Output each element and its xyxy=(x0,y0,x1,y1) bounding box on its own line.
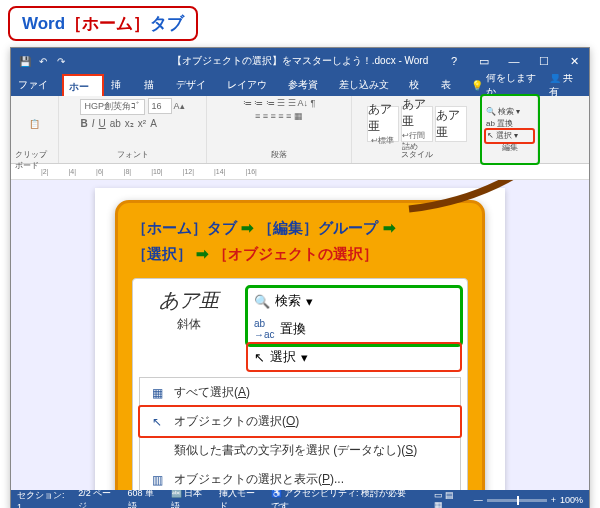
window-title: 【オブジェクトの選択】をマスターしよう！.docx - Word xyxy=(172,54,429,68)
document-page: ［ホーム］タブ ➡ ［編集］グループ ➡ ［選択］ ➡ ［オブジェクトの選択］ … xyxy=(95,188,505,490)
close-icon[interactable]: ✕ xyxy=(559,48,589,74)
strike-button[interactable]: ab xyxy=(110,118,121,129)
group-styles: あア亜↩標準 あア亜↩行間詰め あア亜 スタイル xyxy=(352,96,482,163)
word-window: 💾 ↶ ↷ 【オブジェクトの選択】をマスターしよう！.docx - Word ?… xyxy=(10,47,590,508)
zoom-value: 100% xyxy=(560,495,583,505)
replace-row[interactable]: ab→ac置換 xyxy=(248,314,460,344)
font-size-box[interactable]: 16 xyxy=(148,98,172,114)
status-accessibility[interactable]: ♿ アクセシビリティ: 検討が必要です xyxy=(271,487,414,508)
menu-select-all[interactable]: ▦ すべて選択(A) xyxy=(140,378,460,407)
hdr-home: ホーム xyxy=(82,14,133,33)
status-page[interactable]: 2/2 ページ xyxy=(78,487,117,508)
style-sample: あア亜 xyxy=(139,287,239,314)
group-editing-label: 編集 xyxy=(502,142,518,154)
hdr-bo: ［ xyxy=(65,14,82,33)
tab-references[interactable]: 参考資料 xyxy=(281,74,332,96)
instruction-text: ［ホーム］タブ ➡ ［編集］グループ ➡ ［選択］ ➡ ［オブジェクトの選択］ xyxy=(132,215,468,266)
group-clipboard: 📋 クリップボード xyxy=(11,96,59,163)
share-label: 共有 xyxy=(549,72,574,97)
select-all-icon: ▦ xyxy=(148,386,166,400)
minimize-icon[interactable]: — xyxy=(499,48,529,74)
underline-button[interactable]: U xyxy=(98,118,105,129)
zoom-slider[interactable]: — + 100% xyxy=(474,495,583,505)
group-paragraph-label: 段落 xyxy=(271,149,287,161)
style-nospace[interactable]: あア亜↩行間詰め xyxy=(401,106,433,142)
group-font-label: フォント xyxy=(117,149,149,161)
cursor-icon: ↖ xyxy=(148,415,166,429)
save-icon[interactable]: 💾 xyxy=(19,55,31,67)
instruction-box: ［ホーム］タブ ➡ ［編集］グループ ➡ ［選択］ ➡ ［オブジェクトの選択］ … xyxy=(115,200,485,490)
group-editing: 🔍 検索 ▾ ab 置換 ↖ 選択 ▾ 編集 xyxy=(482,96,538,163)
tab-mailings[interactable]: 差し込み文書 xyxy=(332,74,402,96)
status-bar: セクション: 1 2/2 ページ 608 単語 🔤 日本語 挿入モード ♿ アク… xyxy=(11,490,589,508)
select-menu: ▦ すべて選択(A) ↖ オブジェクトの選択(O) 類似した書式の文字列を選択 … xyxy=(139,377,461,490)
group-styles-label: スタイル xyxy=(401,149,433,161)
tab-draw[interactable]: 描画 xyxy=(137,74,170,96)
select-row[interactable]: ↖選択 ▾ xyxy=(248,344,460,370)
select-button[interactable]: ↖ 選択 ▾ xyxy=(486,130,533,142)
paste-button[interactable]: 📋 xyxy=(29,98,40,149)
italic-button[interactable]: I xyxy=(92,118,95,129)
tab-design[interactable]: デザイン xyxy=(169,74,220,96)
find-row[interactable]: 🔍検索 ▾ xyxy=(248,288,460,314)
group-paragraph: ≔ ≔ ≔ ☰ ☰ A↓ ¶ ≡ ≡ ≡ ≡ ≡ ▦ 段落 xyxy=(207,96,352,163)
zoom-panel: あア亜 斜体 🔍検索 ▾ ab→ac置換 ↖選択 ▾ xyxy=(132,278,468,490)
replace-icon: ab→ac xyxy=(254,318,275,340)
tab-layout[interactable]: レイアウト xyxy=(220,74,280,96)
cursor-icon: ↖ xyxy=(254,350,265,365)
sub-button[interactable]: x₂ xyxy=(125,118,134,129)
share-button[interactable]: 👤 共有 xyxy=(541,71,589,99)
tab-view[interactable]: 表示 xyxy=(434,74,467,96)
replace-button[interactable]: ab 置換 xyxy=(486,118,533,130)
grow-font-icon[interactable]: A▴ xyxy=(174,101,185,111)
ruler: |2||4||6||8||10||12||14||16| xyxy=(11,164,589,180)
tab-insert[interactable]: 挿入 xyxy=(104,74,137,96)
font-name-box[interactable]: HGP創英角ｺﾞ xyxy=(80,99,145,115)
hdr-tab: タブ xyxy=(150,14,184,33)
sup-button[interactable]: x² xyxy=(138,118,146,129)
menu-selection-pane[interactable]: ▥ オブジェクトの選択と表示(P)... xyxy=(140,465,460,490)
status-section[interactable]: セクション: 1 xyxy=(17,489,68,509)
tell-me-label: 何をしますか xyxy=(486,71,541,99)
tab-review[interactable]: 校閲 xyxy=(402,74,435,96)
hdr-word: Word xyxy=(22,14,65,33)
window-buttons: ? ▭ — ☐ ✕ xyxy=(439,48,589,74)
bold-button[interactable]: B xyxy=(80,118,87,129)
find-button[interactable]: 🔍 検索 ▾ xyxy=(486,106,533,118)
help-icon[interactable]: ? xyxy=(439,48,469,74)
menu-select-objects[interactable]: ↖ オブジェクトの選択(O) xyxy=(140,407,460,436)
status-lang[interactable]: 🔤 日本語 xyxy=(171,487,209,508)
group-font: HGP創英角ｺﾞ 16 A▴ B I U ab x₂ x² A フォント xyxy=(59,96,207,163)
style-preview: あア亜 斜体 xyxy=(139,287,239,371)
view-buttons[interactable]: ▭ ▤ ▦ xyxy=(434,490,464,508)
pane-icon: ▥ xyxy=(148,473,166,487)
search-icon: 🔍 xyxy=(254,294,270,309)
status-words[interactable]: 608 単語 xyxy=(128,487,161,508)
document-area[interactable]: ［ホーム］タブ ➡ ［編集］グループ ➡ ［選択］ ➡ ［オブジェクトの選択］ … xyxy=(11,180,589,490)
editing-group-zoom: 🔍検索 ▾ ab→ac置換 ↖選択 ▾ xyxy=(247,287,461,371)
maximize-icon[interactable]: ☐ xyxy=(529,48,559,74)
ribbon: 📋 クリップボード HGP創英角ｺﾞ 16 A▴ B I U ab x₂ x² … xyxy=(11,96,589,164)
group-clipboard-label: クリップボード xyxy=(15,149,54,161)
hdr-bc: ］ xyxy=(133,14,150,33)
page-header-callout: Word［ホーム］タブ xyxy=(8,6,198,41)
ribbon-opts-icon[interactable]: ▭ xyxy=(469,48,499,74)
undo-icon[interactable]: ↶ xyxy=(37,55,49,67)
style-sample-label: 斜体 xyxy=(139,316,239,333)
tab-home[interactable]: ホーム xyxy=(62,74,104,96)
titlebar: 💾 ↶ ↷ 【オブジェクトの選択】をマスターしよう！.docx - Word ?… xyxy=(11,48,589,74)
redo-icon[interactable]: ↷ xyxy=(55,55,67,67)
style-normal[interactable]: あア亜↩標準 xyxy=(367,106,399,142)
style-more[interactable]: あア亜 xyxy=(435,106,467,142)
tell-me[interactable]: 💡 何をしますか xyxy=(471,71,541,99)
ribbon-tabs: ファイル ホーム 挿入 描画 デザイン レイアウト 参考資料 差し込み文書 校閲… xyxy=(11,74,589,96)
status-mode[interactable]: 挿入モード xyxy=(219,487,261,508)
quick-access-toolbar: 💾 ↶ ↷ xyxy=(11,55,75,67)
tab-file[interactable]: ファイル xyxy=(11,74,62,96)
text-effects-icon[interactable]: A xyxy=(150,118,157,129)
menu-select-similar[interactable]: 類似した書式の文字列を選択 (データなし)(S) xyxy=(140,436,460,465)
